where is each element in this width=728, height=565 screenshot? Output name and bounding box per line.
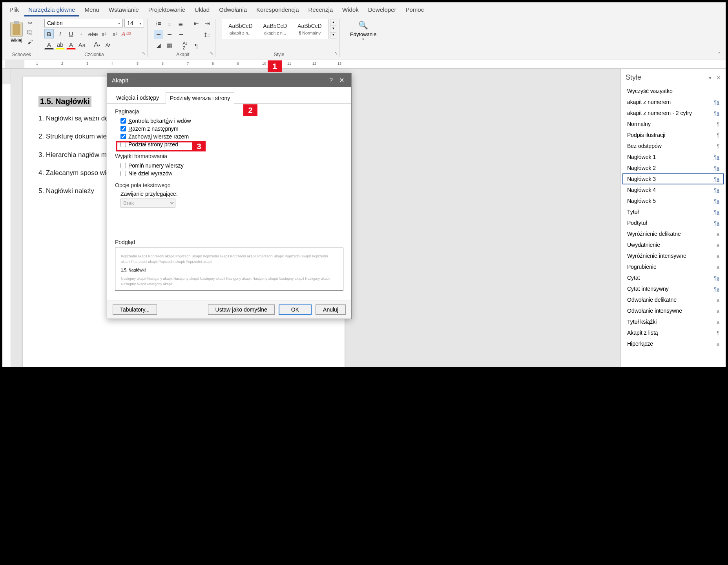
style-list-item[interactable]: Wyróżnienie intensywnea (622, 250, 724, 261)
sort-button[interactable]: A↓Z (181, 41, 190, 50)
italic-button[interactable]: I (55, 29, 65, 38)
style-gallery-item[interactable]: AaBbCcD¶ Normalny (293, 21, 327, 37)
style-list-item[interactable]: Nagłówek 3¶a (622, 173, 724, 184)
style-list-item[interactable]: Cytat¶a (622, 272, 724, 283)
indent-left-button[interactable]: ⇤ (192, 19, 201, 28)
tab-widok[interactable]: Widok (338, 4, 363, 16)
paragraph-dialog-launcher[interactable]: ⤡ (209, 51, 214, 56)
style-gallery-item[interactable]: AaBbCcDakapit z n... (224, 21, 257, 37)
checkbox-label[interactable]: Kontrola bękartów i wdów (128, 118, 191, 124)
align-center-button[interactable] (165, 30, 174, 39)
styles-scroll-down[interactable]: ▾ (330, 26, 336, 32)
tab-deweloper[interactable]: Deweloper (364, 4, 400, 16)
subscript-button[interactable]: x2 (99, 29, 109, 38)
style-list-item[interactable]: Cytat intensywny¶a (622, 283, 724, 294)
style-list-item[interactable]: Akapit z listą¶ (622, 327, 724, 338)
style-list-item[interactable]: Normalny¶ (622, 118, 724, 129)
tab-odwołania[interactable]: Odwołania (215, 4, 251, 16)
styles-expand[interactable]: ▾ (330, 32, 336, 38)
font-color-button[interactable]: A (66, 40, 76, 49)
checkbox-label[interactable]: Nie dziel wyrazów (128, 170, 172, 177)
wrap-select[interactable]: Brak (120, 199, 175, 208)
ok-button[interactable]: OK (279, 304, 312, 315)
checkbox-label[interactable]: Pomiń numery wierszy (128, 162, 184, 169)
tab-plik[interactable]: Plik (5, 4, 23, 16)
checkbox[interactable] (120, 118, 126, 124)
styles-scroll-up[interactable]: ▴ (330, 20, 336, 26)
style-list-item[interactable]: Uwydatnieniea (622, 239, 724, 250)
tab-menu[interactable]: Menu (80, 4, 103, 16)
double-underline-button[interactable]: ⎁ (77, 29, 87, 38)
style-gallery-item[interactable]: AaBbCcDakapit z n... (258, 21, 292, 37)
font-dialog-launcher[interactable]: ⤡ (141, 51, 146, 56)
dialog-tab-1[interactable]: Podziały wiersza i strony (166, 92, 234, 104)
numbering-button[interactable]: ≡ (165, 19, 174, 28)
styles-dialog-launcher[interactable]: ⤡ (333, 51, 339, 56)
dialog-titlebar[interactable]: Akapit ? ✕ (107, 73, 351, 87)
collapse-ribbon-button[interactable]: ⌃ (717, 51, 722, 57)
align-right-button[interactable] (176, 30, 185, 39)
clear-format-button[interactable]: A⌫ (121, 29, 131, 38)
paste-button[interactable]: Wklej (9, 20, 24, 45)
line-spacing-button[interactable]: ‡≡ (203, 30, 212, 39)
indent-right-button[interactable]: ⇥ (203, 19, 212, 28)
vertical-ruler[interactable] (2, 69, 11, 367)
set-default-button[interactable]: Ustaw jako domyślne (208, 304, 275, 315)
tabs-button[interactable]: Tabulatory... (113, 304, 157, 315)
shading-button[interactable]: ◢ (154, 41, 163, 50)
style-list-item[interactable]: Hiperłączea (622, 338, 724, 349)
cut-button[interactable]: ✂ (26, 19, 35, 27)
tab-pomoc[interactable]: Pomoc (401, 4, 428, 16)
style-list-item[interactable]: Wyczyść wszystko (622, 86, 724, 97)
font-name-combo[interactable]: Calibri▾ (44, 19, 123, 27)
text-effects-button[interactable]: A (44, 40, 54, 49)
checkbox[interactable] (120, 134, 126, 139)
style-list-item[interactable]: Nagłówek 4¶a (622, 184, 724, 195)
style-list-item[interactable]: Nagłówek 1¶a (622, 151, 724, 162)
style-list-item[interactable]: Nagłówek 2¶a (622, 162, 724, 173)
checkbox-label[interactable]: Razem z następnym (128, 126, 179, 132)
align-justify-button[interactable] (187, 30, 196, 39)
style-list-item[interactable]: Podtytuł¶a (622, 217, 724, 228)
tab-układ[interactable]: Układ (191, 4, 213, 16)
multilevel-button[interactable]: ≣ (176, 19, 185, 28)
bullets-button[interactable]: ⁝≡ (154, 19, 163, 28)
style-list-item[interactable]: Odwołanie delikatnea (622, 294, 724, 305)
format-painter-button[interactable]: 🖌 (26, 38, 35, 46)
styles-pane-options[interactable]: ▾ (709, 75, 712, 81)
style-list-item[interactable]: akapit z numerem¶a (622, 97, 724, 108)
style-list-item[interactable]: Bez odstępów¶ (622, 140, 724, 151)
style-list-item[interactable]: Nagłówek 5¶a (622, 195, 724, 206)
style-list-item[interactable]: Odwołanie intensywnea (622, 305, 724, 316)
font-size-combo[interactable]: 14▾ (124, 19, 144, 27)
copy-button[interactable]: ⿻ (26, 28, 35, 37)
dialog-help-button[interactable]: ? (327, 77, 335, 84)
tab-korespondencja[interactable]: Korespondencja (252, 4, 303, 16)
checkbox[interactable] (120, 163, 126, 168)
style-list-item[interactable]: akapit z numerem - 2 cyfry¶a (622, 108, 724, 118)
editing-menu[interactable]: 🔍 Edytowanie ▾ (346, 19, 380, 43)
style-list-item[interactable]: Tytuł książkia (622, 316, 724, 327)
change-case-button[interactable]: Aa (77, 40, 87, 49)
grow-font-button[interactable]: A▴ (92, 40, 102, 49)
style-list-item[interactable]: Tytuł¶a (622, 206, 724, 217)
tab-narzędzia-główne[interactable]: Narzędzia główne (24, 4, 79, 16)
highlight-button[interactable]: ab (55, 40, 65, 49)
dialog-tab-0[interactable]: Wcięcia i odstępy (112, 92, 163, 103)
shrink-font-button[interactable]: A▾ (103, 40, 113, 49)
dialog-close-button[interactable]: ✕ (337, 77, 347, 84)
underline-button[interactable]: U (66, 29, 76, 38)
horizontal-ruler[interactable]: 12345678910111213 (2, 60, 726, 69)
tab-wstawianie[interactable]: Wstawianie (105, 4, 143, 16)
checkbox[interactable] (120, 126, 126, 131)
tab-recenzja[interactable]: Recenzja (305, 4, 337, 16)
style-list-item[interactable]: Wyróżnienie delikatnea (622, 228, 724, 239)
style-list-item[interactable]: Podpis ilustracji¶ (622, 129, 724, 140)
checkbox-label[interactable]: Zachowaj wiersze razem (128, 133, 189, 140)
cancel-button[interactable]: Anuluj (316, 304, 346, 315)
tab-projektowanie[interactable]: Projektowanie (144, 4, 189, 16)
heading-text[interactable]: 1.5. Nagłówki (38, 96, 91, 107)
checkbox[interactable] (120, 171, 126, 176)
show-marks-button[interactable]: ¶ (192, 41, 201, 50)
strike-button[interactable]: abc (88, 29, 98, 38)
